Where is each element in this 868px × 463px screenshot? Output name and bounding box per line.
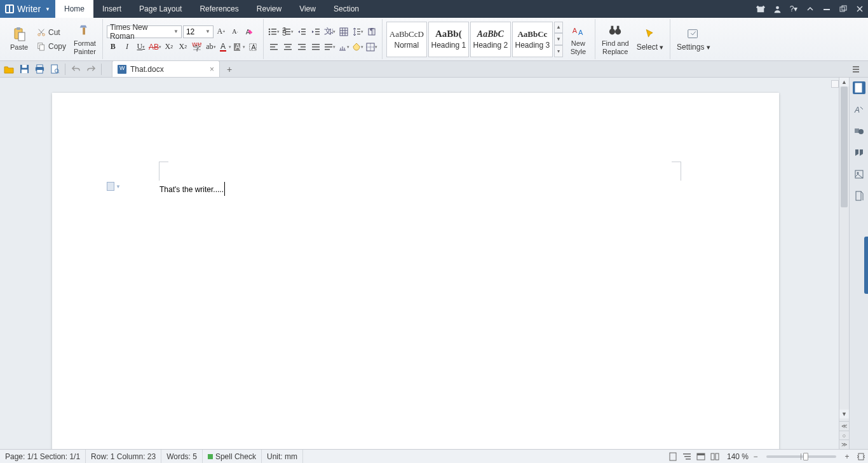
fit-page-button[interactable] <box>854 450 868 464</box>
status-unit[interactable]: Unit: mm <box>262 450 303 464</box>
char-border-button[interactable]: A <box>247 41 259 53</box>
style-heading3[interactable]: AaBbCc Heading 3 <box>512 22 553 57</box>
redo-button[interactable] <box>85 63 97 76</box>
align-distribute-button[interactable]: ▾ <box>323 41 336 53</box>
bold-button[interactable]: B <box>107 41 119 53</box>
align-right-button[interactable] <box>295 41 308 53</box>
browse-object-icon[interactable]: ○ <box>839 431 849 440</box>
help-icon[interactable]: ?▾ <box>785 0 802 18</box>
zoom-slider[interactable] <box>766 455 836 458</box>
italic-button[interactable]: I <box>121 41 133 53</box>
tab-section[interactable]: Section <box>325 0 368 18</box>
print-button[interactable] <box>33 63 46 76</box>
view-outline-icon[interactable] <box>680 450 694 464</box>
phonetic-button[interactable]: wén字 <box>191 41 203 53</box>
style-gallery-scroll[interactable]: ▲ ▼ ▾ <box>554 22 563 57</box>
find-replace-button[interactable]: Find and Replace <box>598 22 633 56</box>
show-marks-button[interactable]: ¶ <box>365 25 378 38</box>
chevron-up-icon[interactable]: ▲ <box>554 22 563 34</box>
font-color-button[interactable]: A▾ <box>219 41 231 53</box>
paste-button[interactable]: Paste <box>5 25 33 52</box>
new-style-button[interactable]: AA New Style <box>564 22 592 56</box>
zoom-out-button[interactable]: − <box>749 450 763 464</box>
superscript-button[interactable]: X2 <box>163 41 175 53</box>
status-words[interactable]: Words: 5 <box>161 450 203 464</box>
page-canvas[interactable]: ▼ That's the writer..... <box>52 93 779 449</box>
subscript-button[interactable]: X2 <box>177 41 189 53</box>
align-center-button[interactable] <box>281 41 294 53</box>
user-icon[interactable] <box>769 0 785 18</box>
tab-review[interactable]: Review <box>248 0 290 18</box>
prev-page-icon[interactable]: ≪ <box>839 421 849 431</box>
zoom-knob[interactable] <box>803 453 808 460</box>
close-button[interactable] <box>851 0 868 18</box>
next-page-icon[interactable]: ≫ <box>839 439 849 449</box>
zoom-value[interactable]: 140 % <box>727 452 749 461</box>
copy-button[interactable]: Copy <box>34 40 69 53</box>
close-tab-icon[interactable]: × <box>210 65 214 74</box>
view-print-layout-icon[interactable] <box>666 450 680 464</box>
highlight-button[interactable]: A▾ <box>233 41 245 53</box>
settings-button[interactable]: Settings ▾ <box>673 25 714 53</box>
panel-shapes-icon[interactable] <box>853 125 865 137</box>
vertical-scrollbar[interactable]: ▲ ▼ ≪ ○ ≫ <box>839 78 849 449</box>
print-preview-button[interactable] <box>48 63 61 76</box>
panel-styles-icon[interactable]: A <box>853 103 865 116</box>
new-tab-button[interactable]: + <box>222 62 236 76</box>
align-left-button[interactable] <box>268 41 280 53</box>
scroll-thumb[interactable] <box>841 86 848 207</box>
strikethrough-button[interactable]: AB▾ <box>149 41 161 53</box>
undo-button[interactable] <box>69 63 82 76</box>
maximize-button[interactable] <box>835 0 851 18</box>
minimize-button[interactable] <box>818 0 835 18</box>
underline-button[interactable]: U▾ <box>135 41 147 53</box>
style-normal[interactable]: AaBbCcD Normal <box>386 22 427 57</box>
status-rowcol[interactable]: Row: 1 Column: 23 <box>86 450 161 464</box>
grow-font-button[interactable]: A+ <box>215 25 227 38</box>
scroll-down-icon[interactable]: ▼ <box>839 410 849 418</box>
text-direction-button[interactable]: 文▾ <box>323 25 336 38</box>
view-web-layout-icon[interactable] <box>694 450 708 464</box>
decrease-indent-button[interactable] <box>295 25 308 38</box>
panel-backup-icon[interactable] <box>853 190 865 202</box>
line-spacing-button[interactable]: ▾ <box>351 25 364 38</box>
style-heading2[interactable]: AaBbC Heading 2 <box>470 22 511 57</box>
panel-pull-handle[interactable] <box>864 237 868 294</box>
ruler-toggle[interactable] <box>831 80 839 88</box>
borders-button[interactable]: ▾ <box>365 41 378 53</box>
status-spellcheck[interactable]: Spell Check <box>203 450 262 464</box>
format-painter-button[interactable]: Format Painter <box>70 22 100 56</box>
bullets-button[interactable]: ▾ <box>268 25 280 38</box>
skin-icon[interactable] <box>752 0 769 18</box>
app-badge[interactable]: Writer ▼ <box>0 0 55 18</box>
panel-navigation-icon[interactable] <box>853 146 865 159</box>
tab-page-layout[interactable]: Page Layout <box>130 0 191 18</box>
align-justify-button[interactable] <box>309 41 322 53</box>
tab-list-button[interactable] <box>850 63 863 76</box>
chevron-down-icon[interactable]: ▼ <box>554 33 563 45</box>
tab-view[interactable]: View <box>290 0 325 18</box>
open-button[interactable] <box>3 63 15 76</box>
tab-insert[interactable]: Insert <box>93 0 130 18</box>
view-reading-icon[interactable] <box>708 450 722 464</box>
zoom-in-button[interactable]: + <box>840 450 854 464</box>
document-body[interactable]: That's the writer..... <box>159 181 225 196</box>
scroll-up-icon[interactable]: ▲ <box>839 78 849 86</box>
tab-stops-button[interactable]: ▾ <box>337 41 350 53</box>
shading-button[interactable]: ▾ <box>351 41 364 53</box>
change-case-button[interactable]: ab▾ <box>205 41 217 53</box>
select-button[interactable]: Select ▾ <box>633 25 667 53</box>
cut-button[interactable]: Cut <box>34 26 69 39</box>
panel-clip-icon[interactable] <box>853 168 865 181</box>
expand-icon[interactable]: ▾ <box>554 45 563 57</box>
numbering-button[interactable]: 123▾ <box>281 25 294 38</box>
tab-home[interactable]: Home <box>55 0 93 18</box>
panel-properties-icon[interactable] <box>853 81 865 94</box>
tab-references[interactable]: References <box>191 0 247 18</box>
ribbon-collapse-icon[interactable] <box>802 0 818 18</box>
increase-indent-button[interactable] <box>309 25 322 38</box>
style-heading1[interactable]: AaBb( Heading 1 <box>428 22 469 57</box>
font-name-combo[interactable]: Times New Roman ▼ <box>107 25 182 38</box>
paragraph-handle[interactable]: ▼ <box>107 182 121 191</box>
font-size-combo[interactable]: 12 ▼ <box>183 25 214 38</box>
